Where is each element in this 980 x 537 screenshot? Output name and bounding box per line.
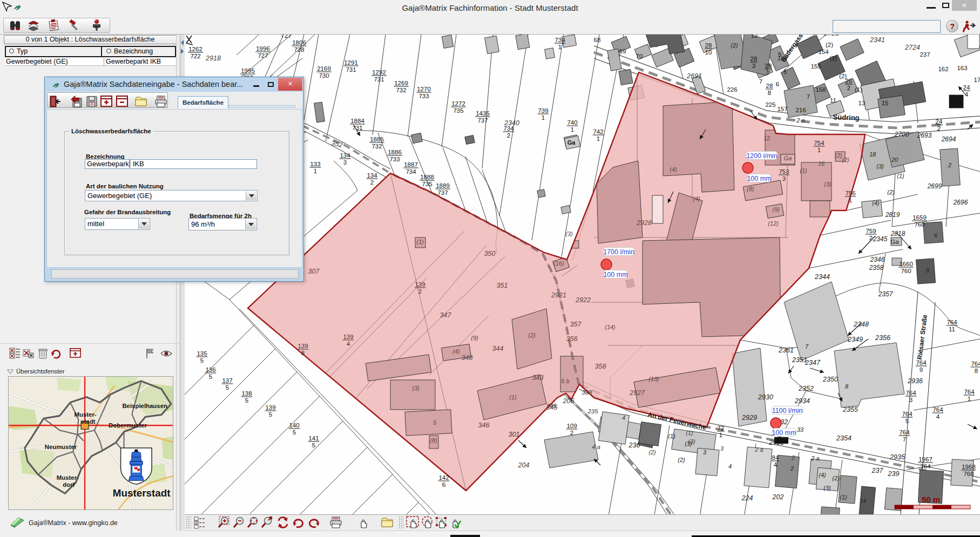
svg-text:137: 137	[222, 377, 232, 384]
svg-text:5: 5	[200, 357, 204, 364]
svg-text:731: 731	[374, 76, 384, 83]
svg-text:(2): (2)	[842, 157, 849, 163]
svg-text:70: 70	[636, 53, 643, 59]
svg-text:6: 6	[442, 481, 445, 488]
svg-text:133: 133	[310, 161, 320, 167]
svg-text:50 m: 50 m	[922, 495, 940, 504]
svg-text:730: 730	[319, 72, 329, 79]
svg-text:2344: 2344	[814, 273, 830, 281]
svg-text:Ga: Ga	[784, 155, 792, 161]
svg-text:1: 1	[542, 114, 545, 121]
svg-text:733: 733	[389, 156, 400, 162]
svg-text:(4): (4)	[670, 166, 677, 173]
svg-text:1887: 1887	[404, 161, 418, 168]
svg-text:4: 4	[622, 414, 625, 421]
svg-text:20: 20	[891, 157, 898, 163]
svg-text:206: 206	[563, 397, 575, 405]
svg-text:764: 764	[902, 411, 913, 417]
svg-text:134: 134	[340, 152, 350, 159]
svg-text:8: 8	[975, 368, 978, 374]
svg-text:2819: 2819	[885, 211, 900, 219]
svg-text:764: 764	[947, 319, 957, 325]
svg-text:stadt: stadt	[80, 418, 95, 425]
svg-text:5: 5	[269, 411, 272, 418]
svg-text:2: 2	[570, 430, 573, 436]
svg-text:136: 136	[205, 366, 215, 373]
svg-text:2693: 2693	[917, 132, 932, 139]
svg-text:(2): (2)	[731, 42, 738, 49]
svg-text:28: 28	[705, 42, 712, 49]
svg-text:(12): (12)	[768, 220, 779, 227]
svg-text:Muster-: Muster-	[57, 474, 79, 481]
svg-text:739: 739	[538, 107, 548, 114]
svg-text:727: 727	[258, 52, 268, 59]
svg-text:356: 356	[566, 335, 578, 343]
svg-text:732: 732	[371, 143, 382, 149]
svg-text:734: 734	[405, 168, 416, 175]
svg-text:69: 69	[619, 48, 626, 55]
svg-text:2935: 2935	[889, 453, 905, 461]
svg-text:764: 764	[932, 406, 943, 413]
svg-text:(3): (3)	[412, 385, 420, 391]
svg-text:2 a: 2 a	[810, 455, 819, 461]
svg-text:740: 740	[567, 119, 577, 126]
svg-text:(8): (8)	[430, 437, 437, 444]
svg-text:11: 11	[949, 326, 955, 332]
svg-text:28: 28	[751, 56, 758, 62]
svg-text:2921: 2921	[551, 291, 566, 299]
svg-text:1889: 1889	[436, 182, 450, 189]
svg-text:162: 162	[938, 66, 948, 72]
svg-text:4 a: 4 a	[592, 444, 600, 450]
svg-text:142: 142	[438, 474, 449, 481]
svg-text:5: 5	[293, 429, 296, 436]
svg-text:(2): (2)	[887, 189, 895, 195]
svg-text:15: 15	[882, 100, 889, 106]
svg-text:(8): (8)	[747, 186, 754, 192]
svg-text:343: 343	[532, 374, 544, 382]
svg-text:4: 4	[347, 341, 350, 347]
svg-text:2352: 2352	[798, 385, 814, 392]
svg-text:Ga: Ga	[567, 139, 576, 146]
svg-text:2927: 2927	[629, 389, 645, 397]
svg-text:2346: 2346	[870, 256, 885, 263]
svg-text:(2): (2)	[832, 475, 840, 481]
svg-text:5: 5	[209, 373, 212, 380]
svg-text:5: 5	[245, 397, 248, 404]
svg-text:72: 72	[718, 425, 725, 431]
svg-text:16: 16	[818, 160, 825, 167]
svg-text:1996: 1996	[256, 45, 270, 52]
svg-text:Neumuster: Neumuster	[45, 444, 77, 450]
svg-text:754: 754	[814, 140, 824, 146]
svg-text:732: 732	[396, 87, 406, 93]
svg-text:(9): (9)	[471, 335, 478, 341]
svg-text:733: 733	[418, 93, 429, 99]
svg-text:1: 1	[719, 432, 722, 438]
svg-text:13: 13	[859, 100, 866, 106]
svg-text:(1): (1)	[855, 86, 862, 93]
svg-text:737: 737	[437, 189, 448, 196]
svg-text:1700 l/min: 1700 l/min	[603, 248, 634, 256]
svg-text:235: 235	[587, 408, 598, 414]
svg-text:10: 10	[705, 49, 712, 56]
svg-text:(3): (3)	[876, 163, 884, 169]
svg-text:(14): (14)	[605, 324, 616, 330]
svg-text:3: 3	[909, 397, 913, 403]
svg-text:(3): (3)	[685, 440, 692, 447]
svg-text:155: 155	[810, 63, 821, 70]
svg-text:2355: 2355	[842, 406, 858, 413]
svg-text:12: 12	[763, 135, 770, 141]
svg-text:236: 236	[628, 441, 640, 449]
svg-text:1885: 1885	[370, 136, 384, 142]
svg-text:2350: 2350	[822, 376, 838, 383]
svg-text:2357: 2357	[878, 290, 894, 298]
svg-text:100 mm: 100 mm	[772, 429, 796, 437]
svg-text:764: 764	[971, 361, 980, 367]
svg-text:2: 2	[948, 162, 951, 168]
svg-text:(2): (2)	[826, 42, 833, 48]
svg-text:7: 7	[767, 70, 770, 76]
svg-text:Südring: Südring	[833, 113, 860, 122]
svg-text:1100 l/min: 1100 l/min	[772, 407, 803, 414]
svg-text:1659: 1659	[913, 214, 927, 221]
svg-text:(1): (1)	[416, 239, 424, 245]
svg-text:1: 1	[849, 197, 852, 203]
